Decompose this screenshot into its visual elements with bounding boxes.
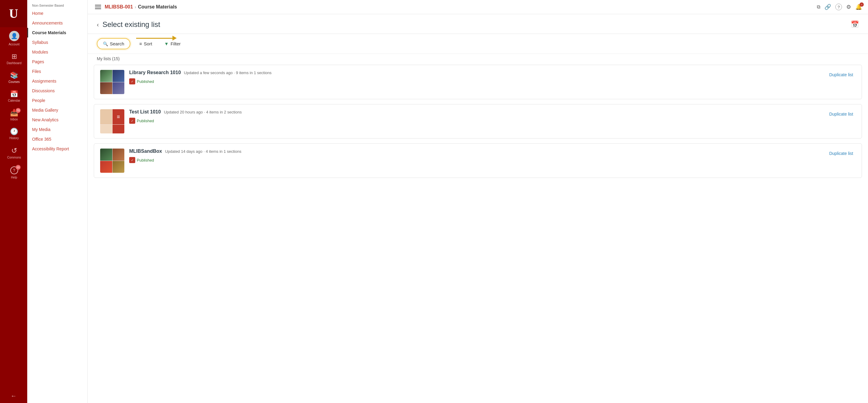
u-logo-text: U: [9, 6, 18, 21]
nav-commons-label: Commons: [7, 156, 21, 159]
thumb-1: [100, 70, 112, 82]
thumb-3: [100, 82, 112, 94]
list-meta: Updated 14 days ago · 4 items in 1 secti…: [165, 149, 241, 154]
list-title[interactable]: Library Research 1010: [129, 70, 181, 75]
sidebar-item-modules[interactable]: Modules: [27, 47, 87, 57]
sort-icon: ≡: [140, 41, 142, 46]
sidebar-item-announcements[interactable]: Announcements: [27, 18, 87, 28]
sidebar-item-discussions[interactable]: Discussions: [27, 86, 87, 96]
nav-item-help[interactable]: ? 10 Help: [0, 163, 27, 183]
help-question-icon[interactable]: ?: [835, 4, 842, 10]
list-title[interactable]: MLIBSandBox: [129, 149, 162, 154]
dashboard-icon: ⊞: [11, 53, 17, 60]
nav-collapse-button[interactable]: ←: [0, 389, 27, 403]
commons-icon: ↺: [11, 147, 17, 154]
top-header: MLIBSB-001 › Course Materials ⧉ 🔗 ? ⚙ 🔔 …: [88, 0, 868, 14]
nav-item-calendar[interactable]: 📅 Calendar: [0, 87, 27, 106]
lists-count: My lists (15): [88, 54, 868, 65]
nav-item-inbox[interactable]: 📥 70 Inbox: [0, 106, 27, 125]
list-status: ✓ Published: [129, 157, 856, 163]
sidebar-item-media-gallery[interactable]: Media Gallery: [27, 105, 87, 115]
sidebar-item-assignments[interactable]: Assignments: [27, 76, 87, 86]
help-badge-count: 10: [16, 165, 21, 170]
nav-inbox-label: Inbox: [10, 118, 18, 121]
external-link-icon[interactable]: ⧉: [817, 4, 820, 10]
hamburger-line-2: [95, 7, 101, 7]
filter-button[interactable]: ▼ Filter: [161, 39, 184, 48]
header-icons: ⧉ 🔗 ? ⚙ 🔔 +: [817, 4, 862, 10]
sidebar-item-pages[interactable]: Pages: [27, 57, 87, 67]
sidebar-item-course-materials[interactable]: Course Materials: [27, 28, 87, 37]
breadcrumb-course[interactable]: MLIBSB-001: [105, 4, 133, 10]
list-thumbnail-research[interactable]: [100, 70, 124, 94]
list-item: ≡ Test List 1010 Updated 20 hours ago · …: [94, 104, 862, 138]
calendar-side-icon[interactable]: 📅: [851, 21, 859, 28]
list-status: ✓ Published: [129, 118, 856, 124]
nav-item-account[interactable]: 👤 Account: [0, 27, 27, 50]
thumb-3: [100, 161, 112, 173]
sidebar-item-accessibility-report[interactable]: Accessibility Report: [27, 144, 87, 154]
hamburger-line-3: [95, 8, 101, 9]
global-nav: U 👤 Account ⊞ Dashboard 📚 Courses 📅 Cale…: [0, 0, 27, 403]
nav-item-commons[interactable]: ↺ Commons: [0, 144, 27, 163]
thumb-1: [100, 149, 112, 161]
search-label: Search: [110, 41, 124, 46]
account-avatar: 👤: [9, 31, 19, 41]
breadcrumb-separator: ›: [135, 4, 136, 9]
duplicate-list-button[interactable]: Duplicate list: [827, 111, 856, 118]
thumb-3: [100, 125, 112, 133]
nav-history-label: History: [9, 136, 19, 140]
list-meta: Updated 20 hours ago · 4 items in 2 sect…: [164, 110, 242, 114]
sidebar-item-my-media[interactable]: My Media: [27, 125, 87, 134]
list-status: ✓ Published: [129, 79, 856, 85]
sidebar-item-syllabus[interactable]: Syllabus: [27, 37, 87, 47]
list-thumbnail-test[interactable]: ≡: [100, 109, 124, 133]
filter-label: Filter: [170, 41, 181, 46]
filter-icon: ▼: [164, 41, 169, 46]
sidebar-item-people[interactable]: People: [27, 96, 87, 105]
list-title[interactable]: Test List 1010: [129, 109, 161, 115]
sidebar-item-office-365[interactable]: Office 365: [27, 134, 87, 144]
search-button[interactable]: 🔍 Search: [97, 38, 130, 49]
list-info: Library Research 1010 Updated a few seco…: [129, 70, 856, 85]
settings-icon[interactable]: ⚙: [846, 4, 851, 10]
collapse-icon: ←: [10, 393, 17, 399]
link-icon[interactable]: 🔗: [825, 4, 831, 10]
list-info: MLIBSandBox Updated 14 days ago · 4 item…: [129, 149, 856, 163]
hamburger-line-1: [95, 5, 101, 5]
course-sidebar: Non-Semester Based Home Announcements Co…: [27, 0, 88, 403]
hamburger-button[interactable]: [94, 4, 102, 10]
nav-item-dashboard[interactable]: ⊞ Dashboard: [0, 50, 27, 68]
sidebar-item-home[interactable]: Home: [27, 8, 87, 18]
thumb-1: [100, 109, 112, 124]
university-logo[interactable]: U: [0, 0, 27, 27]
back-button[interactable]: ‹: [97, 21, 99, 28]
nav-help-label: Help: [11, 176, 17, 179]
notifications-icon[interactable]: 🔔 +: [855, 4, 862, 10]
sidebar-item-new-analytics[interactable]: New Analytics: [27, 115, 87, 125]
nav-item-history[interactable]: 🕐 History: [0, 125, 27, 144]
page-title: Select existing list: [102, 20, 160, 29]
published-icon: ✓: [129, 157, 135, 163]
sort-button[interactable]: ≡ Sort: [136, 39, 155, 48]
duplicate-list-button[interactable]: Duplicate list: [827, 71, 856, 79]
nav-item-courses[interactable]: 📚 Courses: [0, 68, 27, 87]
list-title-row: Test List 1010 Updated 20 hours ago · 4 …: [129, 109, 856, 115]
thumb-2: [113, 149, 125, 161]
toolbar: 🔍 Search ≡ Sort ▼ Filter: [88, 34, 868, 54]
nav-calendar-label: Calendar: [8, 99, 20, 102]
sidebar-context-label: Non-Semester Based: [27, 0, 87, 8]
duplicate-list-button[interactable]: Duplicate list: [827, 150, 856, 157]
thumb-4: [113, 82, 125, 94]
notification-badge: +: [860, 2, 864, 7]
history-icon: 🕐: [10, 128, 18, 135]
list-thumbnail-sandbox[interactable]: [100, 149, 124, 173]
thumb-2: ≡: [113, 109, 125, 124]
arrow-line: [136, 38, 173, 39]
page-area: ‹ Select existing list 📅 🔍 Search ≡ Sort…: [88, 14, 868, 403]
inbox-badge-count: 70: [16, 108, 21, 113]
sort-label: Sort: [144, 41, 152, 46]
breadcrumb-current: Course Materials: [138, 4, 177, 10]
status-label: Published: [137, 158, 154, 162]
sidebar-item-files[interactable]: Files: [27, 67, 87, 76]
